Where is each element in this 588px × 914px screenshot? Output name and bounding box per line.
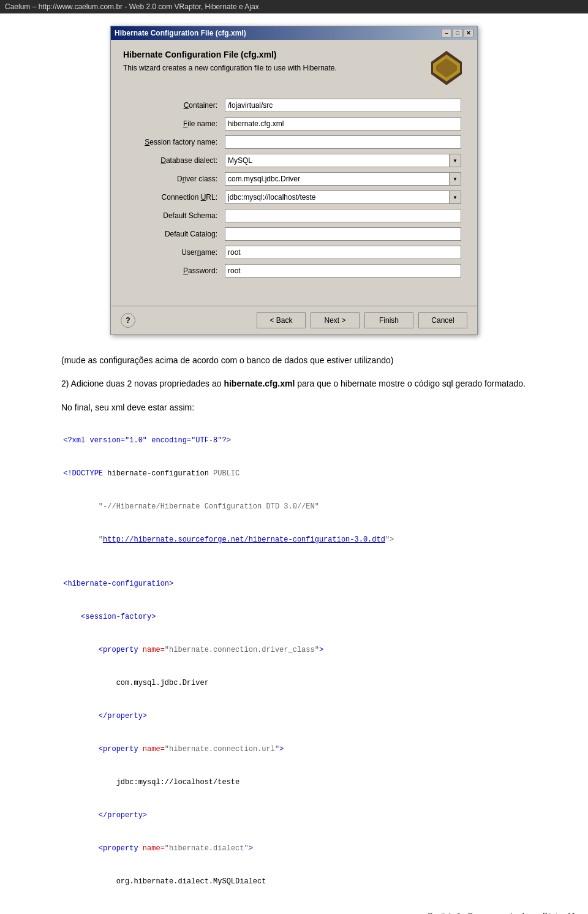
minimize-button[interactable]: – — [442, 29, 451, 37]
paragraph-3: No final, seu xml deve estar assim: — [61, 401, 527, 414]
form-row-driver: Driver class: ▼ — [123, 170, 465, 188]
code-line-4: "http://hibernate.sourceforge.net/hibern… — [37, 523, 551, 556]
code-line-empty — [37, 556, 551, 567]
para2-after: para que o hibernate mostre o código sql… — [295, 379, 526, 388]
input-container[interactable] — [225, 99, 461, 112]
input-password[interactable] — [225, 264, 461, 278]
form-row-filename: File name: — [123, 115, 465, 133]
label-session-factory: Session factory name: — [123, 133, 221, 151]
dialog-footer: ? < Back Next > Finish Cancel — [111, 306, 477, 334]
select-btn-dialect[interactable]: ▼ — [449, 154, 461, 167]
code-block: <?xml version="1.0" encoding="UTF-8"?> <… — [37, 424, 551, 898]
close-button[interactable]: ✕ — [464, 29, 473, 37]
code-line-9: </property> — [37, 700, 551, 733]
dialog-title: Hibernate Configuration File (cfg.xml) — [123, 50, 337, 59]
code-line-8: com.mysql.jdbc.Driver — [37, 667, 551, 700]
paragraph-2: 2) Adicione duas 2 novas propriedades ao… — [61, 377, 527, 390]
code-line-5: <hibernate-configuration> — [37, 567, 551, 600]
label-driver: Driver class: — [123, 170, 221, 188]
code-line-2: <!DOCTYPE hibernate-configuration PUBLIC — [37, 457, 551, 490]
label-dialect: Database dialect: — [123, 151, 221, 170]
form-row-container: Container: — [123, 96, 465, 115]
form-row-dialect: Database dialect: ▼ — [123, 151, 465, 170]
input-url[interactable] — [225, 191, 450, 204]
para2-before: 2) Adicione duas 2 novas propriedades ao — [61, 379, 224, 388]
dialog-wrapper: Hibernate Configuration File (cfg.xml) –… — [24, 26, 564, 335]
code-line-11: jdbc:mysql://localhost/teste — [37, 766, 551, 799]
help-button[interactable]: ? — [121, 313, 135, 328]
label-schema: Default Schema: — [123, 206, 221, 225]
input-driver[interactable] — [225, 172, 450, 186]
label-password: Password: — [123, 262, 221, 280]
dialog-header: Hibernate Configuration File (cfg.xml) T… — [123, 50, 465, 86]
label-username: Username: — [123, 243, 221, 262]
code-line-10: <property name="hibernate.connection.url… — [37, 733, 551, 766]
dialog: Hibernate Configuration File (cfg.xml) –… — [110, 26, 478, 335]
label-catalog: Default Catalog: — [123, 225, 221, 243]
page-number: Capítulo 1 - Como aprender Java - Página… — [428, 912, 576, 914]
input-dialect[interactable] — [225, 154, 450, 167]
input-filename[interactable] — [225, 117, 461, 130]
label-filename: File name: — [123, 115, 221, 133]
dialog-titlebar: Hibernate Configuration File (cfg.xml) –… — [111, 26, 477, 40]
cancel-button[interactable]: Cancel — [418, 312, 467, 328]
form-row-url: Connection URL: ▼ — [123, 188, 465, 206]
form-row-username: Username: — [123, 243, 465, 262]
restore-button[interactable]: □ — [453, 29, 462, 37]
code-line-13: <property name="hibernate.dialect"> — [37, 832, 551, 865]
input-username[interactable] — [225, 246, 461, 259]
dialog-subtitle: This wizard creates a new configuration … — [123, 63, 337, 74]
code-line-1: <?xml version="1.0" encoding="UTF-8"?> — [37, 424, 551, 457]
titlebar-buttons: – □ ✕ — [442, 29, 473, 37]
input-schema[interactable] — [225, 209, 461, 222]
code-line-6: <session-factory> — [37, 600, 551, 633]
dialog-body: Hibernate Configuration File (cfg.xml) T… — [111, 40, 477, 306]
select-btn-url[interactable]: ▼ — [449, 191, 461, 204]
form-row-schema: Default Schema: — [123, 206, 465, 225]
form-row-catalog: Default Catalog: — [123, 225, 465, 243]
input-session-factory[interactable] — [225, 135, 461, 149]
finish-button[interactable]: Finish — [364, 312, 413, 328]
form-table: Container: File name: — [123, 96, 465, 286]
select-wrapper-driver: ▼ — [225, 172, 461, 186]
next-button[interactable]: Next > — [311, 312, 360, 328]
hibernate-logo-icon — [428, 50, 465, 86]
code-line-7: <property name="hibernate.connection.dri… — [37, 633, 551, 667]
code-line-3: "-//Hibernate/Hibernate Configuration DT… — [37, 490, 551, 523]
dialog-header-text: Hibernate Configuration File (cfg.xml) T… — [123, 50, 337, 74]
select-wrapper-dialect: ▼ — [225, 154, 461, 167]
paragraph-1: (mude as configurações acima de acordo c… — [61, 353, 527, 367]
form-row-session-factory: Session factory name: — [123, 133, 465, 151]
label-container: Container: — [123, 96, 221, 115]
label-url: Connection URL: — [123, 188, 221, 206]
code-line-14: org.hibernate.dialect.MySQLDialect — [37, 865, 551, 898]
top-bar: Caelum – http://www.caelum.com.br - Web … — [0, 0, 588, 13]
code-line-12: </property> — [37, 799, 551, 832]
para2-bold: hibernate.cfg.xml — [224, 379, 295, 388]
spacer-row — [123, 280, 465, 286]
select-btn-driver[interactable]: ▼ — [449, 172, 461, 186]
form-row-password: Password: — [123, 262, 465, 280]
back-button[interactable]: < Back — [257, 312, 306, 328]
dialog-titlebar-text: Hibernate Configuration File (cfg.xml) — [115, 29, 246, 37]
main-content: Hibernate Configuration File (cfg.xml) –… — [0, 13, 588, 914]
select-wrapper-url: ▼ — [225, 191, 461, 204]
input-catalog[interactable] — [225, 227, 461, 241]
top-bar-title: Caelum – http://www.caelum.com.br - Web … — [5, 2, 259, 11]
